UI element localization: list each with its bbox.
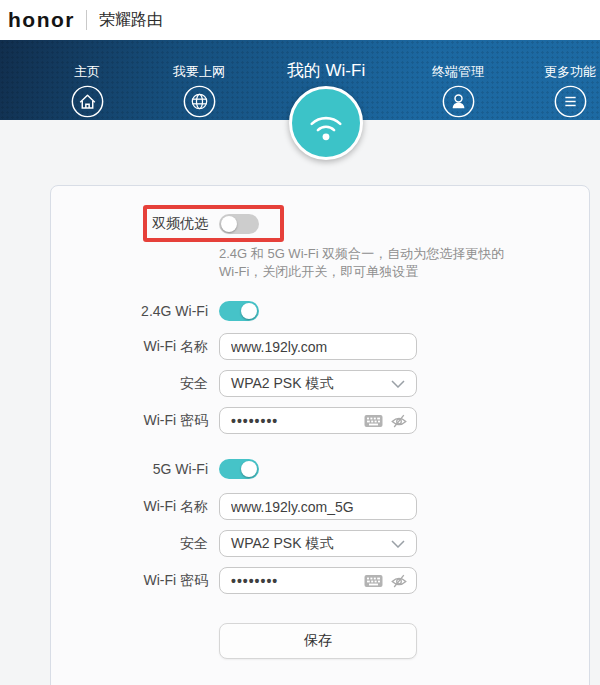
tab-more[interactable]: 更多功能 [522,40,600,118]
dual-band-description-line1: 2.4G 和 5G Wi-Fi 双频合一，自动为您选择更快的 [219,245,504,263]
tab-home-label: 主页 [39,64,135,80]
wifi-24g-security-value: WPA2 PSK 模式 [231,375,333,393]
wifi-5g-toggle-label: 5G Wi-Fi [51,461,208,477]
tab-devices-label: 终端管理 [410,64,506,80]
globe-icon [183,85,216,118]
wifi-5g-password-label: Wi-Fi 密码 [51,572,208,590]
wifi-24g-toggle-row: 2.4G Wi-Fi [51,301,589,321]
wifi-24g-toggle-label: 2.4G Wi-Fi [51,303,208,319]
wifi-5g-toggle-row: 5G Wi-Fi [51,459,589,479]
chevron-down-icon [391,540,405,548]
toggle-knob [241,461,257,477]
brand-logo: honor [8,8,75,32]
menu-icon [554,85,587,118]
keyboard-icon[interactable] [364,574,383,588]
header-divider [86,10,87,30]
content-area: 双频优选 2.4G 和 5G Wi-Fi 双频合一，自动为您选择更快的 Wi-F… [0,120,600,685]
eye-off-icon[interactable] [390,572,408,590]
wifi-icon [303,103,349,143]
tab-my-wifi[interactable]: 我的 Wi-Fi [266,40,386,160]
main-nav: 主页 我要上网 我的 Wi-Fi 终端管理 [0,40,600,120]
keyboard-icon[interactable] [364,414,383,428]
eye-off-icon[interactable] [390,412,408,430]
home-icon [71,85,104,118]
wifi-24g-name-input[interactable] [219,333,417,360]
dual-band-label: 双频优选 [51,215,208,233]
wifi-24g-security-label: 安全 [51,375,208,393]
dual-band-row: 双频优选 [51,206,589,242]
tab-home[interactable]: 主页 [39,40,135,118]
save-button[interactable]: 保存 [219,623,417,659]
tab-internet-label: 我要上网 [151,64,247,80]
wifi-24g-toggle[interactable] [219,301,259,321]
wifi-circle-button[interactable] [289,86,363,160]
wifi-24g-security-row: 安全 WPA2 PSK 模式 [51,370,589,397]
wifi-settings-panel: 双频优选 2.4G 和 5G Wi-Fi 双频合一，自动为您选择更快的 Wi-F… [50,185,590,685]
tab-my-wifi-label: 我的 Wi-Fi [266,61,386,81]
product-name: 荣耀路由 [99,10,163,31]
wifi-5g-security-value: WPA2 PSK 模式 [231,535,333,553]
tab-internet[interactable]: 我要上网 [151,40,247,118]
user-icon [442,85,475,118]
wifi-24g-password-row: Wi-Fi 密码 [51,407,589,434]
wifi-5g-name-row: Wi-Fi 名称 [51,493,589,520]
app-header: honor 荣耀路由 [0,0,600,40]
wifi-24g-password-label: Wi-Fi 密码 [51,412,208,430]
chevron-down-icon [391,380,405,388]
wifi-5g-password-row: Wi-Fi 密码 [51,567,589,594]
dual-band-description: 2.4G 和 5G Wi-Fi 双频合一，自动为您选择更快的 Wi-Fi，关闭此… [219,245,504,280]
tab-devices[interactable]: 终端管理 [410,40,506,118]
wifi-5g-password-wrap [219,567,417,594]
wifi-5g-toggle[interactable] [219,459,259,479]
dual-band-toggle[interactable] [219,214,259,234]
wifi-24g-name-label: Wi-Fi 名称 [51,338,208,356]
toggle-knob [241,303,257,319]
wifi-24g-password-wrap [219,407,417,434]
wifi-24g-security-select[interactable]: WPA2 PSK 模式 [219,370,417,397]
wifi-5g-name-input[interactable] [219,493,417,520]
wifi-5g-security-label: 安全 [51,535,208,553]
wifi-5g-security-select[interactable]: WPA2 PSK 模式 [219,530,417,557]
wifi-5g-security-row: 安全 WPA2 PSK 模式 [51,530,589,557]
wifi-24g-name-row: Wi-Fi 名称 [51,333,589,360]
toggle-knob [221,216,237,232]
wifi-5g-name-label: Wi-Fi 名称 [51,498,208,516]
dual-band-description-line2: Wi-Fi，关闭此开关，即可单独设置 [219,263,504,281]
tab-more-label: 更多功能 [522,64,600,80]
